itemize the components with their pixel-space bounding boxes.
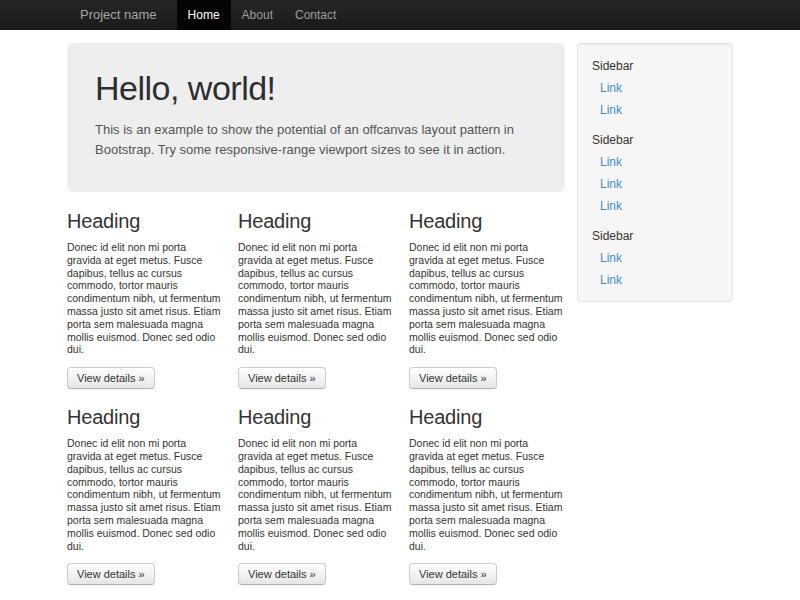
sidebar-link[interactable]: Link [592, 269, 718, 291]
content-area: Hello, world! This is an example to show… [67, 43, 733, 600]
cards-row-2: Heading Donec id elit non mi porta gravi… [67, 406, 565, 585]
nav-item-home[interactable]: Home [177, 0, 231, 30]
navbar-container: Project name Home About Contact [67, 0, 733, 30]
navbar-brand[interactable]: Project name [67, 0, 177, 30]
card: Heading Donec id elit non mi porta gravi… [238, 406, 393, 585]
main-column: Hello, world! This is an example to show… [67, 43, 565, 600]
card-heading: Heading [67, 406, 222, 429]
card-body: Donec id elit non mi porta gravida at eg… [67, 241, 222, 356]
sidebar-group-heading: Sidebar [592, 224, 718, 247]
sidebar-link[interactable]: Link [592, 99, 718, 121]
sidebar-group: Sidebar Link Link [592, 54, 718, 121]
card-heading: Heading [409, 406, 564, 429]
card: Heading Donec id elit non mi porta gravi… [238, 210, 393, 389]
jumbotron-title: Hello, world! [95, 69, 537, 108]
sidebar-link[interactable]: Link [592, 151, 718, 173]
sidebar-column: Sidebar Link Link Sidebar Link Link Link… [577, 43, 733, 600]
cards-row-1: Heading Donec id elit non mi porta gravi… [67, 210, 565, 389]
view-details-button[interactable]: View details » [409, 563, 497, 585]
view-details-button[interactable]: View details » [67, 367, 155, 389]
card-heading: Heading [67, 210, 222, 233]
card-heading: Heading [238, 210, 393, 233]
view-details-button[interactable]: View details » [409, 367, 497, 389]
sidebar-link[interactable]: Link [592, 247, 718, 269]
card: Heading Donec id elit non mi porta gravi… [67, 406, 222, 585]
jumbotron-text: This is an example to show the potential… [95, 120, 537, 160]
view-details-button[interactable]: View details » [67, 563, 155, 585]
card-body: Donec id elit non mi porta gravida at eg… [238, 437, 393, 552]
card-body: Donec id elit non mi porta gravida at eg… [409, 437, 564, 552]
card-body: Donec id elit non mi porta gravida at eg… [409, 241, 564, 356]
card-body: Donec id elit non mi porta gravida at eg… [67, 437, 222, 552]
view-details-button[interactable]: View details » [238, 367, 326, 389]
card-heading: Heading [409, 210, 564, 233]
nav-item-about[interactable]: About [231, 0, 284, 30]
nav-item-contact[interactable]: Contact [284, 0, 347, 30]
card: Heading Donec id elit non mi porta gravi… [409, 406, 564, 585]
sidebar-group-heading: Sidebar [592, 128, 718, 151]
navbar: Project name Home About Contact [0, 0, 800, 30]
card-body: Donec id elit non mi porta gravida at eg… [238, 241, 393, 356]
sidebar-link[interactable]: Link [592, 173, 718, 195]
jumbotron: Hello, world! This is an example to show… [67, 43, 565, 192]
navbar-menu: Home About Contact [177, 0, 348, 30]
card: Heading Donec id elit non mi porta gravi… [409, 210, 564, 389]
sidebar-link[interactable]: Link [592, 195, 718, 217]
sidebar-link[interactable]: Link [592, 77, 718, 99]
view-details-button[interactable]: View details » [238, 563, 326, 585]
sidebar: Sidebar Link Link Sidebar Link Link Link… [577, 43, 733, 302]
card: Heading Donec id elit non mi porta gravi… [67, 210, 222, 389]
card-heading: Heading [238, 406, 393, 429]
sidebar-group-heading: Sidebar [592, 54, 718, 77]
sidebar-group: Sidebar Link Link [592, 224, 718, 291]
sidebar-group: Sidebar Link Link Link [592, 128, 718, 217]
